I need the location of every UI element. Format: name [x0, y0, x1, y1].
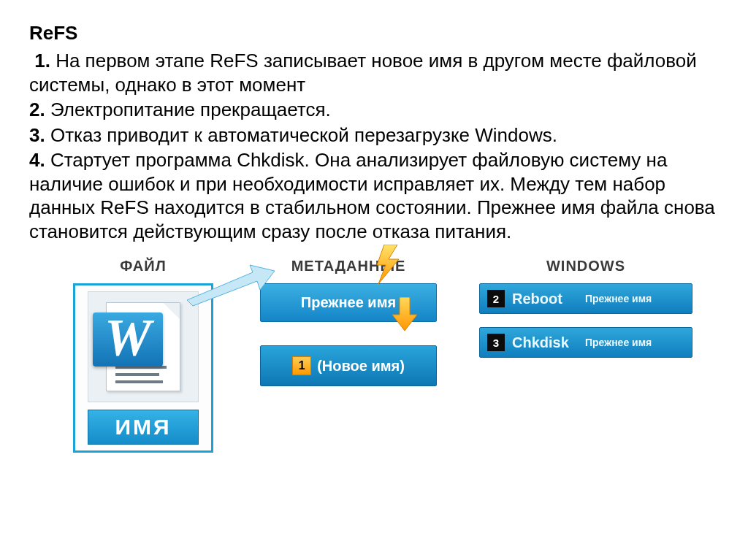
metadata-column: МЕТАДАННЫЕ	[257, 258, 440, 410]
lightning-icon	[374, 245, 403, 284]
chkdisk-filename: Прежнее имя	[585, 337, 652, 348]
new-name-box: 1 (Новое имя)	[260, 345, 437, 386]
svg-marker-1	[377, 245, 399, 284]
reboot-label: Reboot	[512, 291, 578, 307]
file-name-label: ИМЯ	[88, 410, 199, 445]
list-item: 3. Отказ приводит к автоматической перез…	[29, 123, 719, 147]
down-arrow-icon	[392, 297, 417, 331]
windows-header: WINDOWS	[546, 258, 625, 275]
arrow-icon	[187, 264, 275, 307]
list-item: 4. Стартует программа Chkdisk. Она анали…	[29, 148, 719, 243]
step-badge: 2	[487, 290, 505, 307]
chkdisk-label: Chkdisk	[512, 334, 578, 351]
diagram: ФАЙЛ W ИМЯ МЕТАДАННЫЕ	[29, 258, 719, 453]
list-item: 2. Электропитание прекращается.	[29, 98, 719, 122]
file-header: ФАЙЛ	[120, 258, 166, 275]
slide-title: ReFS	[29, 22, 719, 45]
slide: ReFS 1. На первом этапе ReFS записывает …	[0, 0, 748, 475]
numbered-list: 1. На первом этапе ReFS записывает новое…	[29, 49, 719, 243]
windows-column: WINDOWS 2 Reboot Прежнее имя 3 Chkdisk П…	[484, 258, 688, 371]
step-badge: 3	[487, 334, 505, 351]
list-item: 1. На первом этапе ReFS записывает новое…	[29, 49, 719, 96]
word-badge-icon: W	[93, 312, 163, 367]
word-document-icon: W	[88, 291, 199, 402]
file-box: W ИМЯ	[73, 283, 213, 453]
new-name-label: (Новое имя)	[317, 358, 405, 375]
step-badge: 1	[292, 356, 311, 375]
reboot-filename: Прежнее имя	[585, 293, 652, 304]
svg-marker-2	[392, 297, 417, 331]
reboot-box: 2 Reboot Прежнее имя	[479, 283, 692, 314]
svg-marker-0	[187, 265, 275, 306]
chkdisk-box: 3 Chkdisk Прежнее имя	[479, 327, 692, 358]
